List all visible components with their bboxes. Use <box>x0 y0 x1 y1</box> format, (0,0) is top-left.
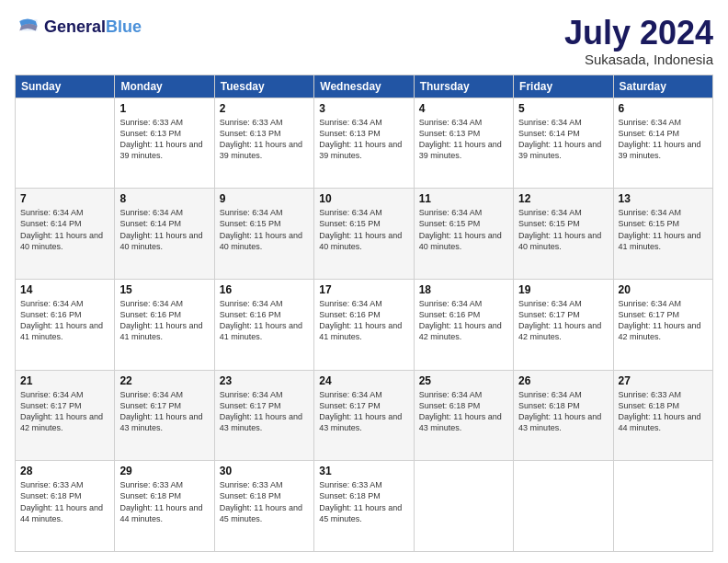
calendar-cell: 7Sunrise: 6:34 AMSunset: 6:14 PMDaylight… <box>16 189 115 280</box>
day-number: 3 <box>319 102 408 115</box>
day-number: 25 <box>419 374 508 387</box>
calendar-header-cell: Saturday <box>613 75 712 98</box>
calendar-cell: 24Sunrise: 6:34 AMSunset: 6:17 PMDayligh… <box>314 370 414 461</box>
calendar-week-row: 21Sunrise: 6:34 AMSunset: 6:17 PMDayligh… <box>16 370 713 461</box>
calendar-header-cell: Wednesday <box>314 75 414 98</box>
day-number: 9 <box>220 192 309 205</box>
calendar-header-cell: Thursday <box>414 75 513 98</box>
day-info: Sunrise: 6:34 AMSunset: 6:14 PMDaylight:… <box>20 207 109 252</box>
calendar-cell: 3Sunrise: 6:34 AMSunset: 6:13 PMDaylight… <box>314 98 414 189</box>
day-number: 22 <box>119 374 209 387</box>
day-number: 1 <box>119 102 209 115</box>
logo-icon <box>15 15 40 40</box>
day-number: 23 <box>220 374 309 387</box>
day-number: 2 <box>220 102 309 115</box>
day-info: Sunrise: 6:34 AMSunset: 6:13 PMDaylight:… <box>319 117 408 162</box>
calendar-cell: 29Sunrise: 6:33 AMSunset: 6:18 PMDayligh… <box>115 461 214 552</box>
calendar-cell: 30Sunrise: 6:33 AMSunset: 6:18 PMDayligh… <box>214 461 313 552</box>
day-info: Sunrise: 6:34 AMSunset: 6:14 PMDaylight:… <box>619 117 708 162</box>
calendar-cell: 14Sunrise: 6:34 AMSunset: 6:16 PMDayligh… <box>16 279 115 370</box>
day-info: Sunrise: 6:33 AMSunset: 6:18 PMDaylight:… <box>319 479 408 524</box>
calendar-header-cell: Monday <box>115 75 214 98</box>
day-info: Sunrise: 6:34 AMSunset: 6:16 PMDaylight:… <box>20 298 109 343</box>
day-info: Sunrise: 6:34 AMSunset: 6:16 PMDaylight:… <box>220 298 309 343</box>
calendar-cell: 27Sunrise: 6:33 AMSunset: 6:18 PMDayligh… <box>613 370 712 461</box>
calendar-cell: 6Sunrise: 6:34 AMSunset: 6:14 PMDaylight… <box>613 98 712 189</box>
day-number: 5 <box>518 102 608 115</box>
calendar-cell: 9Sunrise: 6:34 AMSunset: 6:15 PMDaylight… <box>214 189 313 280</box>
day-number: 11 <box>419 192 508 205</box>
calendar-cell <box>16 98 115 189</box>
day-info: Sunrise: 6:34 AMSunset: 6:14 PMDaylight:… <box>119 207 209 252</box>
day-info: Sunrise: 6:33 AMSunset: 6:18 PMDaylight:… <box>20 479 109 524</box>
day-info: Sunrise: 6:34 AMSunset: 6:17 PMDaylight:… <box>119 389 209 434</box>
day-number: 19 <box>518 283 608 296</box>
calendar-cell: 11Sunrise: 6:34 AMSunset: 6:15 PMDayligh… <box>414 189 513 280</box>
calendar-cell: 2Sunrise: 6:33 AMSunset: 6:13 PMDaylight… <box>214 98 313 189</box>
day-info: Sunrise: 6:34 AMSunset: 6:15 PMDaylight:… <box>419 207 508 252</box>
calendar-cell: 1Sunrise: 6:33 AMSunset: 6:13 PMDaylight… <box>115 98 214 189</box>
day-number: 16 <box>220 283 309 296</box>
calendar-cell: 20Sunrise: 6:34 AMSunset: 6:17 PMDayligh… <box>613 279 712 370</box>
day-number: 21 <box>20 374 109 387</box>
calendar-cell: 17Sunrise: 6:34 AMSunset: 6:16 PMDayligh… <box>314 279 414 370</box>
day-number: 4 <box>419 102 508 115</box>
day-info: Sunrise: 6:33 AMSunset: 6:13 PMDaylight:… <box>220 117 309 162</box>
calendar-cell: 19Sunrise: 6:34 AMSunset: 6:17 PMDayligh… <box>514 279 613 370</box>
calendar-cell <box>414 461 513 552</box>
day-number: 12 <box>518 192 608 205</box>
day-number: 18 <box>419 283 508 296</box>
calendar-cell: 16Sunrise: 6:34 AMSunset: 6:16 PMDayligh… <box>214 279 313 370</box>
day-info: Sunrise: 6:34 AMSunset: 6:15 PMDaylight:… <box>518 207 608 252</box>
day-info: Sunrise: 6:34 AMSunset: 6:17 PMDaylight:… <box>619 298 708 343</box>
day-number: 7 <box>20 192 109 205</box>
day-number: 27 <box>619 374 708 387</box>
day-info: Sunrise: 6:34 AMSunset: 6:15 PMDaylight:… <box>319 207 408 252</box>
calendar-week-row: 14Sunrise: 6:34 AMSunset: 6:16 PMDayligh… <box>16 279 713 370</box>
day-number: 31 <box>319 465 408 477</box>
calendar-cell <box>514 461 613 552</box>
calendar-cell <box>613 461 712 552</box>
calendar-cell: 26Sunrise: 6:34 AMSunset: 6:18 PMDayligh… <box>514 370 613 461</box>
day-number: 8 <box>119 192 209 205</box>
calendar-cell: 10Sunrise: 6:34 AMSunset: 6:15 PMDayligh… <box>314 189 414 280</box>
day-number: 29 <box>119 465 209 477</box>
calendar-cell: 13Sunrise: 6:34 AMSunset: 6:15 PMDayligh… <box>613 189 712 280</box>
day-number: 17 <box>319 283 408 296</box>
day-info: Sunrise: 6:33 AMSunset: 6:18 PMDaylight:… <box>619 389 708 434</box>
day-number: 15 <box>119 283 209 296</box>
calendar-cell: 5Sunrise: 6:34 AMSunset: 6:14 PMDaylight… <box>514 98 613 189</box>
day-number: 6 <box>619 102 708 115</box>
calendar-cell: 21Sunrise: 6:34 AMSunset: 6:17 PMDayligh… <box>16 370 115 461</box>
calendar-table: SundayMondayTuesdayWednesdayThursdayFrid… <box>15 75 713 552</box>
day-info: Sunrise: 6:34 AMSunset: 6:16 PMDaylight:… <box>419 298 508 343</box>
location-subtitle: Sukasada, Indonesia <box>564 52 713 67</box>
day-number: 24 <box>319 374 408 387</box>
day-info: Sunrise: 6:33 AMSunset: 6:18 PMDaylight:… <box>220 479 309 524</box>
day-info: Sunrise: 6:34 AMSunset: 6:17 PMDaylight:… <box>220 389 309 434</box>
calendar-cell: 23Sunrise: 6:34 AMSunset: 6:17 PMDayligh… <box>214 370 313 461</box>
day-info: Sunrise: 6:33 AMSunset: 6:18 PMDaylight:… <box>119 479 209 524</box>
calendar-week-row: 1Sunrise: 6:33 AMSunset: 6:13 PMDaylight… <box>16 98 713 189</box>
day-number: 14 <box>20 283 109 296</box>
day-info: Sunrise: 6:34 AMSunset: 6:18 PMDaylight:… <box>518 389 608 434</box>
day-info: Sunrise: 6:34 AMSunset: 6:17 PMDaylight:… <box>518 298 608 343</box>
calendar-header-cell: Tuesday <box>214 75 313 98</box>
day-info: Sunrise: 6:34 AMSunset: 6:14 PMDaylight:… <box>518 117 608 162</box>
title-block: July 2024 Sukasada, Indonesia <box>564 15 713 67</box>
calendar-week-row: 7Sunrise: 6:34 AMSunset: 6:14 PMDaylight… <box>16 189 713 280</box>
calendar-cell: 22Sunrise: 6:34 AMSunset: 6:17 PMDayligh… <box>115 370 214 461</box>
day-info: Sunrise: 6:34 AMSunset: 6:17 PMDaylight:… <box>319 389 408 434</box>
calendar-cell: 28Sunrise: 6:33 AMSunset: 6:18 PMDayligh… <box>16 461 115 552</box>
day-info: Sunrise: 6:34 AMSunset: 6:15 PMDaylight:… <box>619 207 708 252</box>
day-number: 20 <box>619 283 708 296</box>
day-number: 13 <box>619 192 708 205</box>
calendar-cell: 4Sunrise: 6:34 AMSunset: 6:13 PMDaylight… <box>414 98 513 189</box>
day-info: Sunrise: 6:34 AMSunset: 6:17 PMDaylight:… <box>20 389 109 434</box>
calendar-header-row: SundayMondayTuesdayWednesdayThursdayFrid… <box>16 75 713 98</box>
day-info: Sunrise: 6:34 AMSunset: 6:18 PMDaylight:… <box>419 389 508 434</box>
day-info: Sunrise: 6:34 AMSunset: 6:15 PMDaylight:… <box>220 207 309 252</box>
calendar-cell: 18Sunrise: 6:34 AMSunset: 6:16 PMDayligh… <box>414 279 513 370</box>
day-number: 10 <box>319 192 408 205</box>
month-title: July 2024 <box>564 15 713 52</box>
